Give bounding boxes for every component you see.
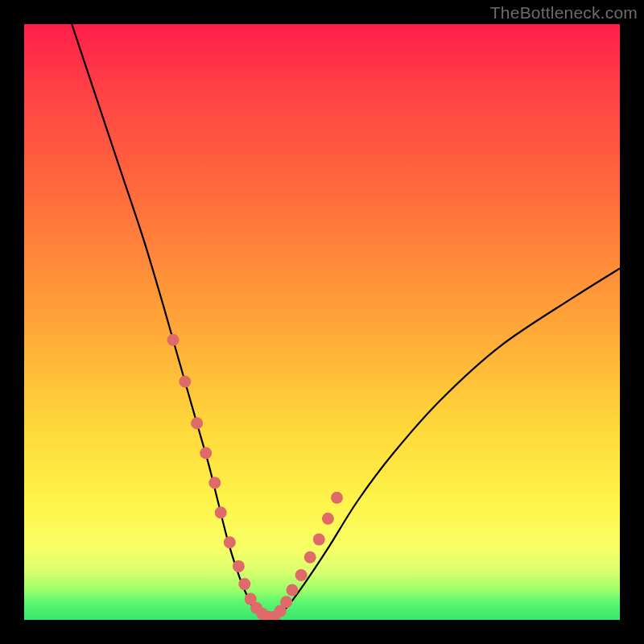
bottleneck-curve xyxy=(72,24,620,618)
highlight-marker xyxy=(238,578,250,590)
plot-area xyxy=(24,24,620,620)
highlight-marker xyxy=(179,376,191,388)
curve-svg xyxy=(24,24,620,620)
highlight-marker xyxy=(313,534,325,546)
highlight-marker xyxy=(331,492,343,504)
highlight-marker xyxy=(224,536,236,548)
highlight-markers xyxy=(167,334,344,620)
highlight-marker xyxy=(304,551,316,564)
highlight-marker xyxy=(167,334,180,346)
highlight-marker xyxy=(200,447,212,459)
highlight-marker xyxy=(208,477,221,489)
highlight-marker xyxy=(191,417,203,429)
highlight-marker xyxy=(287,584,299,597)
highlight-marker xyxy=(280,596,292,608)
highlight-marker xyxy=(215,506,227,518)
watermark-text: TheBottleneck.com xyxy=(490,3,638,23)
chart-frame: TheBottleneck.com xyxy=(0,0,644,644)
highlight-marker xyxy=(233,560,245,572)
highlight-marker xyxy=(295,569,308,581)
highlight-marker xyxy=(322,513,334,525)
